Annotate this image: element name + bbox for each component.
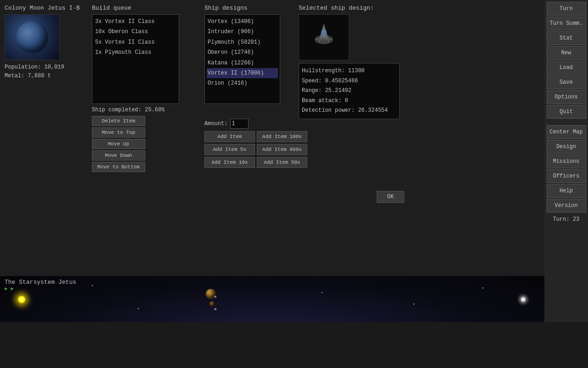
sidebar-btn-quit[interactable]: Quit [547, 105, 586, 119]
move-up-button[interactable]: Move Up [92, 139, 145, 149]
sidebar-btn-new[interactable]: New [547, 46, 586, 60]
colony-title: Colony Moon Jetus I-B [5, 5, 87, 12]
build-queue-item[interactable]: 1x Plymouth Class [94, 47, 177, 58]
orbit-indicator: ◄ [214, 294, 216, 299]
stat-detection: Detection power: 26.324554 [302, 106, 396, 116]
sidebar: TurnTurn Summ.StatNewLoadSaveOptionsQuit… [544, 0, 588, 322]
planet-thumbnail [16, 21, 48, 53]
delete-item-button[interactable]: Delete Item [92, 116, 145, 126]
colony-population: Population: 10,019 [5, 63, 87, 72]
star-tiny-4 [138, 308, 139, 309]
ship-preview [299, 14, 349, 60]
build-queue-title: Build queue [92, 5, 179, 12]
sidebar-btn-officers[interactable]: Officers [547, 169, 586, 183]
star-tiny-1 [92, 285, 93, 286]
star-tiny-5 [482, 288, 483, 288]
stat-beam-attack: Beam attack: 0 [302, 96, 396, 106]
amount-input[interactable] [230, 119, 249, 129]
build-queue-item[interactable]: 10x Oberon Class [94, 27, 177, 37]
space-map: The Starsystem Jetus ► ► ◄ ◄ [0, 276, 544, 322]
ship-design-item[interactable]: Orion (2416) [207, 78, 278, 88]
star-right [520, 297, 526, 302]
move-down-button[interactable]: Move Down [92, 150, 145, 161]
ship-design-item[interactable]: Katana (12266) [207, 58, 278, 68]
turn-counter: Turn: 23 [553, 216, 580, 223]
colony-metal: Metal: 7,888 t [5, 72, 87, 80]
sidebar-btn-design[interactable]: Design [547, 140, 586, 154]
stat-hullstrength: Hullstrength: 11300 [302, 66, 396, 76]
add-buttons-group: Add ItemAdd Item 100xAdd Item 5xAdd Item… [204, 131, 307, 168]
ok-button[interactable]: OK [377, 191, 404, 203]
sidebar-btn-version[interactable]: Version [547, 199, 586, 213]
main-area: Colony Moon Jetus I-B Population: 10,019… [0, 0, 544, 322]
ship-designs-panel: Ship designs Vortex (13406)Intruder (966… [204, 5, 280, 104]
add-item-button-3[interactable]: Add Item 999x [257, 144, 307, 155]
sidebar-btn-save[interactable]: Save [547, 75, 586, 89]
star-tiny-2 [322, 292, 322, 293]
colony-image [5, 14, 60, 60]
ship-stats-box: Hullstrength: 11300 Speed: 0.45625466 Ra… [299, 63, 400, 119]
stat-speed: Speed: 0.45625466 [302, 76, 396, 86]
add-item-button-1[interactable]: Add Item 100x [257, 131, 307, 142]
sidebar-btn-turn[interactable]: Turn [547, 2, 586, 16]
ship-designs-title: Ship designs [204, 5, 280, 12]
build-queue-item[interactable]: 5x Vortex II Class [94, 37, 177, 47]
ship-designs-list[interactable]: Vortex (13406)Intruder (966)Plymouth (58… [204, 14, 280, 104]
add-item-button-0[interactable]: Add Item [204, 131, 255, 142]
amount-row: Amount: [204, 119, 249, 129]
add-item-button-5[interactable]: Add Item 50x [257, 157, 307, 168]
sidebar-btn-load[interactable]: Load [547, 61, 586, 75]
move-to-top-button[interactable]: Move to Top [92, 127, 145, 138]
svg-point-2 [319, 40, 328, 44]
sidebar-btn-missions[interactable]: Missions [547, 155, 586, 168]
selected-design-title: Selected ship design: [299, 5, 404, 12]
add-item-button-2[interactable]: Add Item 5x [204, 144, 255, 155]
moon-center [209, 301, 215, 307]
sidebar-btn-center-map[interactable]: Center Map [547, 125, 586, 139]
star-left [17, 295, 26, 304]
svg-point-4 [321, 29, 327, 36]
selected-design-panel: Selected ship design: Hullstrength: 1130… [299, 5, 404, 119]
star-system-label: The Starsystem Jetus [5, 279, 76, 286]
build-queue-item[interactable]: 3x Vortex II Class [94, 17, 177, 27]
stat-range: Range: 25.21492 [302, 86, 396, 96]
build-queue-list[interactable]: 3x Vortex II Class10x Oberon Class5x Vor… [92, 14, 179, 104]
colony-panel: Colony Moon Jetus I-B Population: 10,019… [5, 5, 87, 80]
star-system-arrows[interactable]: ► ► [5, 286, 14, 292]
add-item-button-4[interactable]: Add Item 10x [204, 157, 255, 168]
move-to-bottom-button[interactable]: Move to Bottom [92, 162, 145, 172]
build-queue-panel: Build queue 3x Vortex II Class10x Oberon… [92, 5, 179, 173]
sidebar-btn-stat[interactable]: Stat [547, 31, 586, 45]
sidebar-btn-options[interactable]: Options [547, 90, 586, 104]
sidebar-btn-turn-summ.[interactable]: Turn Summ. [547, 17, 586, 30]
ship-design-item[interactable]: Plymouth (58201) [207, 37, 278, 47]
ship-progress: Ship completed: 25.68% [92, 107, 179, 113]
amount-label: Amount: [204, 121, 227, 127]
ship-design-item[interactable]: Vortex II (17006) [207, 68, 278, 78]
ship-design-item[interactable]: Oberon (12746) [207, 47, 278, 58]
ship-design-item[interactable]: Vortex (13406) [207, 17, 278, 27]
svg-rect-3 [316, 38, 332, 40]
ship-silhouette [305, 19, 342, 56]
star-tiny-3 [413, 304, 414, 305]
ship-design-item[interactable]: Intruder (966) [207, 27, 278, 37]
orbit-indicator2: ◄ [214, 307, 216, 312]
sidebar-btn-help[interactable]: Help [547, 184, 586, 198]
